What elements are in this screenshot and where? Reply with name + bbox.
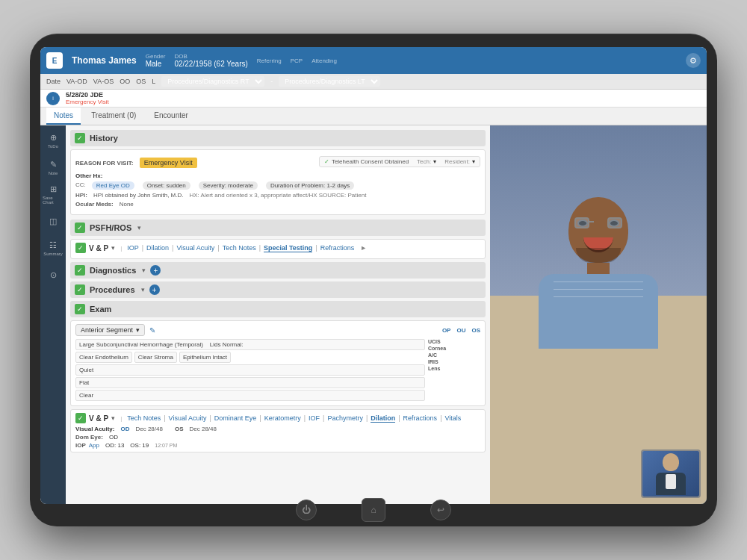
- home-button[interactable]: ⌂: [362, 498, 385, 522]
- hpi-value: HPI obtained by John Smith, M.D.: [93, 192, 184, 199]
- other-hx-label: Other Hx:: [75, 172, 102, 179]
- back-button[interactable]: ↩: [430, 500, 451, 520]
- sidebar-item-panel[interactable]: ◫: [43, 211, 63, 231]
- glasses-bridge: [589, 221, 594, 223]
- settings-icon[interactable]: ⚙: [686, 53, 701, 68]
- shirt-line-2: [554, 289, 643, 290]
- vp-tab-visual-acuity[interactable]: Visual Acuity: [176, 244, 214, 252]
- exam-row-1: Large Subconjunctival Hemorrhage (Tempor…: [75, 339, 425, 350]
- diagnostics-add-btn[interactable]: +: [150, 265, 161, 276]
- diagnostics-section-header[interactable]: ✓ Diagnostics ▾ +: [70, 262, 486, 279]
- vp-more[interactable]: ►: [360, 244, 367, 252]
- vp-tab-tech-notes[interactable]: Tech Notes: [223, 244, 256, 252]
- todo-icon: ⊕: [50, 133, 57, 143]
- small-suit: [656, 473, 686, 495]
- psfh-check: ✓: [75, 223, 85, 233]
- left-glasses: [574, 217, 589, 228]
- small-shirt: [666, 474, 676, 489]
- sidebar-item-summary[interactable]: ☷ Summary: [43, 237, 63, 258]
- col-op: OP: [442, 327, 451, 334]
- tech-dropdown[interactable]: ▾: [433, 158, 436, 165]
- procedures-lt-select[interactable]: Procedures/Diagnostics LT: [279, 76, 380, 87]
- exam-ac-row: A/C: [428, 352, 480, 358]
- iop-time: 12:07 PM: [155, 443, 177, 448]
- exam-title: Exam: [90, 305, 111, 314]
- todo-label: ToDo: [48, 144, 58, 149]
- sep: |: [120, 415, 122, 422]
- video-self-view: [641, 449, 701, 498]
- beard: [576, 248, 621, 263]
- duration-tag: Duration of Problem: 1-2 days: [266, 181, 354, 190]
- save-label: Save Chart: [43, 196, 63, 205]
- ac-label: A/C: [428, 352, 437, 358]
- vp2-tab-tech[interactable]: Tech Notes: [127, 414, 161, 422]
- vp-check: ✓: [75, 243, 86, 253]
- panel-icon: ◫: [49, 217, 57, 226]
- vp-section: ✓ V & P ▾ | IOP | Dilation | Visual Acui…: [70, 239, 486, 259]
- sidebar-item-save[interactable]: ⊞ Save Chart: [43, 184, 63, 205]
- exam-section-header[interactable]: ✓ Exam: [70, 301, 486, 317]
- vp-tab-special-testing[interactable]: Special Testing: [264, 244, 312, 252]
- exam-right-col: UCIS Cornea A/C: [428, 339, 480, 402]
- procedures-section-header[interactable]: ✓ Procedures ▾ +: [70, 281, 486, 298]
- col-os: OS: [136, 78, 146, 85]
- vp-tab-dilation[interactable]: Dilation: [146, 244, 169, 252]
- pcp-field: PCP: [291, 57, 303, 64]
- vp2-tab-dil[interactable]: Dilation: [371, 414, 395, 423]
- col-va-os: VA-OS: [93, 78, 114, 85]
- col-va-od: VA-OD: [66, 78, 87, 85]
- resident-dropdown[interactable]: ▾: [472, 158, 475, 165]
- vp-tab-refractions[interactable]: Refractions: [320, 244, 355, 252]
- telehealth-check-icon: ✓: [324, 158, 329, 165]
- encounter-row: i 5/28/20 JDE Emergency Visit: [40, 90, 707, 108]
- procedures-rt-select[interactable]: Procedures/Diagnostics RT: [161, 76, 264, 87]
- vp2-tab-kerat[interactable]: Keratometry: [264, 414, 301, 422]
- shirt: [539, 274, 658, 349]
- gender-field: Gender Male: [146, 53, 166, 68]
- psfh-section-header[interactable]: ✓ PSFH/ROS ▾: [70, 220, 486, 236]
- vp2-tab-pach[interactable]: Pachymetry: [327, 414, 363, 422]
- exam-segment-dropdown[interactable]: Anterior Segment ▾: [75, 324, 145, 336]
- vp-header: ✓ V & P ▾ | IOP | Dilation | Visual Acui…: [75, 243, 480, 253]
- tab-treatment[interactable]: Treatment (0): [84, 108, 143, 125]
- ocular-label: Ocular Meds:: [75, 201, 114, 208]
- attending-field: Attending: [311, 57, 337, 64]
- exam-row-2: Clear Endothelium Clear Stroma Epitheliu…: [75, 352, 425, 364]
- power-button[interactable]: ⏻: [296, 500, 317, 520]
- vp2-title: V & P: [89, 414, 108, 423]
- telehealth-btn[interactable]: ✓ Telehealth Consent Obtained Tech: ▾ Re…: [319, 156, 480, 167]
- dom-eye-value: OD: [109, 434, 118, 441]
- vp-tab-iop[interactable]: IOP: [127, 244, 139, 252]
- pcp-label: PCP: [291, 57, 303, 64]
- sidebar-item-note[interactable]: ✎ Note: [43, 157, 63, 178]
- procedures-add-btn[interactable]: +: [149, 284, 160, 295]
- va-os-date: Dec 28/48: [190, 426, 217, 432]
- vp2-tab-va[interactable]: Visual Acuity: [169, 414, 207, 422]
- save-icon: ⊞: [50, 184, 57, 194]
- dob-field: DOB 02/22/1958 (62 Years): [174, 53, 247, 68]
- extra-icon: ⊙: [50, 270, 57, 280]
- d2: |: [209, 414, 211, 422]
- vp2-tab-dom[interactable]: Dominant Eye: [214, 414, 257, 422]
- exam-cell-stroma: Clear Stroma: [134, 352, 177, 363]
- exam-edit-icon[interactable]: ✎: [149, 326, 155, 335]
- left-sidebar: ⊕ ToDo ✎ Note ⊞ Save Chart ◫ ☷ Summary: [40, 125, 66, 504]
- reason-badge: Emergency Visit: [140, 158, 197, 168]
- reason-label: REASON FOR VISIT:: [75, 160, 133, 167]
- sidebar-item-todo[interactable]: ⊕ ToDo: [43, 130, 63, 151]
- history-section-header[interactable]: ✓ History: [70, 130, 486, 146]
- procedures-title: Procedures: [90, 285, 135, 294]
- sidebar-item-extra[interactable]: ⊙: [43, 264, 63, 285]
- vp2-tab-vitals[interactable]: Vitals: [444, 414, 461, 422]
- lens-label: Lens: [428, 366, 440, 371]
- vp2-tab-iof[interactable]: IOF: [309, 414, 320, 422]
- tab-notes[interactable]: Notes: [46, 108, 81, 125]
- vp2-tab-refr[interactable]: Refractions: [403, 414, 438, 422]
- tab-encounter[interactable]: Encounter: [146, 108, 196, 125]
- div1: |: [142, 244, 143, 252]
- d5: |: [323, 414, 324, 422]
- va-od-date: Dec 28/48: [135, 426, 162, 432]
- procedures-arrow: ▾: [141, 286, 145, 293]
- exam-data-columns: Large Subconjunctival Hemorrhage (Tempor…: [75, 339, 480, 402]
- patient-name: Thomas James: [72, 55, 137, 66]
